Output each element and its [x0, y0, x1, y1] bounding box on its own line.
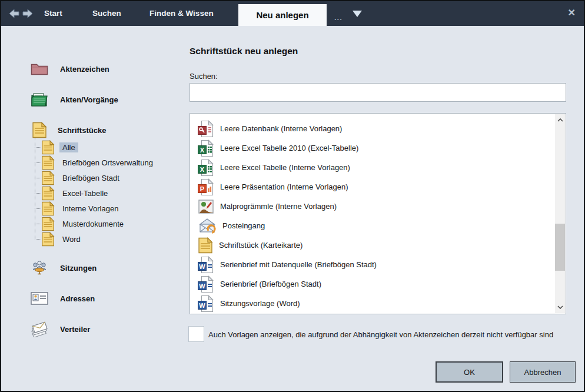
list-item-label: Posteingang [222, 221, 265, 230]
sidebar-item-aktenzeichen[interactable]: Aktenzeichen [31, 61, 109, 77]
template-list: Leere Datenbank (Interne Vorlagen) X Lee… [190, 113, 566, 314]
tree-item-briefboegen-stadt[interactable]: Briefbögen Stadt [41, 170, 122, 185]
list-item-label: Leere Datenbank (Interne Vorlagen) [220, 124, 342, 133]
nav-arrows [8, 8, 34, 19]
sidebar-item-label: Akten/Vorgänge [60, 95, 118, 104]
tree-item-label: Musterdokumente [59, 219, 127, 229]
sidebar-item-label: Schriftstücke [58, 126, 106, 135]
sidebar-item-label: Sitzungen [60, 264, 97, 273]
tab-overflow-label[interactable]: ... [334, 13, 343, 22]
list-item-label: Serienbrief (Briefbögen Stadt) [220, 280, 321, 288]
list-item-label: Malprogrämmle (Interne Vorlagen) [220, 202, 337, 211]
tree-item-label: Alle [59, 142, 78, 152]
svg-text:W: W [199, 282, 205, 289]
word-file-icon: W [198, 256, 214, 274]
list-item-serienbrief-datenquelle[interactable]: W Serienbrief mit Datenquelle (Briefböge… [190, 255, 554, 274]
meeting-icon [31, 260, 48, 275]
list-item-leere-excel-2010[interactable]: X Leere Excel Tabelle 2010 (Excel-Tabell… [190, 138, 554, 158]
sidebar-item-schriftstuecke[interactable]: Schriftstücke [32, 122, 106, 138]
scroll-up-icon[interactable] [555, 114, 565, 126]
list-item-label: Leere Excel Tabelle (Interne Vorlagen) [220, 163, 350, 172]
inbox-envelope-icon [198, 218, 217, 234]
yellow-document-icon [41, 217, 55, 231]
pink-folder-icon [31, 62, 48, 76]
ok-button[interactable]: OK [436, 361, 503, 383]
tree-item-label: Interne Vorlagen [59, 204, 121, 214]
list-item-leere-excel[interactable]: X Leere Excel Tabelle (Interne Vorlagen) [190, 158, 554, 177]
access-file-icon [198, 120, 214, 138]
search-input[interactable] [190, 83, 566, 102]
tree-item-label: Word [59, 234, 84, 244]
yellow-document-icon [41, 186, 55, 201]
yellow-document-icon [41, 171, 55, 185]
tree-item-label: Briefbögen Stadt [59, 173, 122, 183]
yellow-note-icon [198, 237, 213, 254]
powerpoint-file-icon: P [198, 178, 214, 196]
svg-text:W: W [199, 301, 205, 308]
yellow-document-icon [41, 201, 55, 216]
yellow-document-icon [32, 122, 47, 138]
tab-neu-anlegen[interactable]: Neu anlegen [238, 4, 327, 26]
yellow-document-icon [41, 155, 55, 170]
tab-dropdown-icon[interactable] [353, 11, 362, 17]
tab-start[interactable]: Start [44, 9, 62, 18]
yellow-document-icon [41, 140, 55, 155]
list-item-sitzungsvorlage[interactable]: W Sitzungsvorlage (Word) [190, 294, 554, 313]
tab-suchen[interactable]: Suchen [92, 9, 121, 18]
tree-item-word[interactable]: Word [41, 231, 84, 247]
list-item-serienbrief[interactable]: W Serienbrief (Briefbögen Stadt) [190, 274, 554, 294]
show-unavailable-checkbox[interactable] [188, 326, 204, 342]
excel-file-icon: X [198, 139, 214, 157]
scrollbar[interactable] [555, 114, 565, 313]
list-item-label: Serienbrief mit Datenquelle (Briefbögen … [220, 260, 377, 269]
sidebar-item-adressen[interactable]: Adressen [31, 290, 95, 307]
envelopes-icon [29, 321, 48, 337]
search-label: Suchen: [190, 72, 218, 81]
list-item-label: Leere Präsentation (Interne Vorlagen) [220, 182, 348, 191]
green-folder-icon [31, 92, 48, 107]
scroll-down-icon[interactable] [555, 301, 565, 313]
sidebar-item-verteiler[interactable]: Verteiler [29, 321, 90, 337]
svg-text:P: P [200, 185, 204, 192]
tree-item-musterdokumente[interactable]: Musterdokumente [41, 216, 127, 231]
list-item-label: Schriftstück (Karteikarte) [219, 241, 303, 250]
close-icon[interactable]: ✕ [568, 7, 576, 18]
list-item-schriftstueck-karteikarte[interactable]: Schriftstück (Karteikarte) [190, 235, 554, 255]
list-item-malprograemmle[interactable]: Malprogrämmle (Interne Vorlagen) [190, 197, 554, 216]
paint-file-icon [198, 199, 214, 214]
tree-item-interne-vorlagen[interactable]: Interne Vorlagen [41, 201, 121, 216]
cancel-button[interactable]: Abbrechen [510, 361, 576, 383]
show-unavailable-checkbox-label: Auch Vorlagen anzeigen, die aufgrund der… [208, 330, 553, 339]
list-item-leere-datenbank[interactable]: Leere Datenbank (Interne Vorlagen) [190, 119, 554, 138]
page-title: Schriftstück neu anlegen [190, 46, 298, 57]
svg-text:X: X [200, 165, 205, 172]
template-rows: Leere Datenbank (Interne Vorlagen) X Lee… [190, 119, 554, 313]
list-item-posteingang[interactable]: Posteingang [190, 216, 554, 235]
tree-item-label: Briefbögen Ortsverwaltung [59, 158, 156, 168]
sidebar-item-label: Aktenzeichen [60, 65, 109, 74]
forward-arrow-icon[interactable] [22, 8, 34, 19]
tab-finden-wissen[interactable]: Finden & Wissen [149, 9, 214, 18]
tree-item-label: Excel-Tabelle [59, 188, 111, 198]
app-window: Start Suchen Finden & Wissen Neu anlegen… [0, 0, 585, 392]
sidebar-item-label: Verteiler [60, 325, 90, 334]
scrollbar-thumb[interactable] [555, 224, 565, 271]
excel-file-icon: X [198, 159, 214, 177]
tree-item-briefboegen-ortsverwaltung[interactable]: Briefbögen Ortsverwaltung [41, 155, 156, 170]
back-arrow-icon[interactable] [8, 8, 20, 19]
list-item-label: Leere Excel Tabelle 2010 (Excel-Tabelle) [220, 144, 358, 152]
tab-bar: Start Suchen Finden & Wissen Neu anlegen… [1, 1, 584, 26]
list-item-label: Sitzungsvorlage (Word) [220, 299, 300, 308]
word-file-icon: W [198, 275, 214, 293]
address-card-icon [31, 292, 48, 305]
yellow-document-icon [41, 232, 55, 247]
svg-text:W: W [199, 263, 205, 270]
list-item-leere-praesentation[interactable]: P Leere Präsentation (Interne Vorlagen) [190, 177, 554, 197]
tree-item-excel-tabelle[interactable]: Excel-Tabelle [41, 185, 111, 201]
sidebar-item-label: Adressen [60, 294, 95, 303]
tree-item-alle[interactable]: Alle [41, 139, 78, 155]
svg-text:X: X [200, 146, 205, 153]
sidebar-item-akten-vorgaenge[interactable]: Akten/Vorgänge [31, 91, 118, 108]
sidebar-item-sitzungen[interactable]: Sitzungen [31, 260, 97, 276]
word-file-icon: W [198, 295, 214, 313]
